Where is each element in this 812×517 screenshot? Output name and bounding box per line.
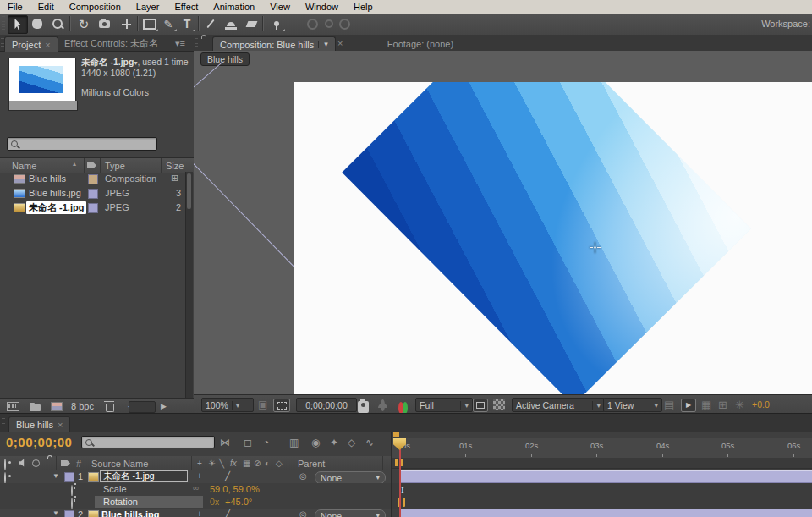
menu-animation[interactable]: Animation: [206, 1, 262, 13]
rotated-layer-image[interactable]: [342, 82, 750, 394]
show-snapshot-icon[interactable]: [381, 399, 385, 411]
footage-thumbnail[interactable]: [8, 58, 76, 102]
rectangle-tool-button[interactable]: [140, 15, 159, 32]
workspace-label[interactable]: Workspace:: [761, 19, 810, 29]
tab-project[interactable]: Project ×: [4, 36, 58, 52]
work-area-bar[interactable]: [392, 458, 812, 469]
chevron-down-icon[interactable]: ▾: [318, 41, 328, 48]
pick-whip-icon[interactable]: ◎: [299, 471, 307, 481]
preview-timecode[interactable]: 0;00;00;00: [296, 398, 357, 412]
text-tool-button[interactable]: T: [178, 15, 196, 32]
shy-switch-icon[interactable]: +: [197, 471, 202, 481]
quality-switch-icon[interactable]: ╱: [225, 471, 230, 481]
toolbar-grip[interactable]: [2, 16, 5, 31]
camera-dropdown[interactable]: Active Camera ▾: [512, 398, 605, 412]
property-label[interactable]: Scale: [103, 484, 127, 494]
tab-timeline-blue-hills[interactable]: Blue hills ×: [8, 416, 70, 432]
label-chip[interactable]: [88, 189, 98, 199]
property-row-scale[interactable]: Scale ∞ 59.0, 59.0%: [0, 483, 391, 497]
timeline-button-icon[interactable]: ▤: [664, 399, 674, 410]
keyframe-marker[interactable]: [403, 498, 405, 507]
layer-1-duration-bar[interactable]: [399, 470, 812, 483]
stopwatch-icon[interactable]: [71, 485, 73, 497]
graph-editor-icon[interactable]: ∿: [365, 437, 374, 448]
axis-mode-local-button[interactable]: [303, 15, 321, 32]
shy-switch-icon[interactable]: +: [197, 509, 202, 517]
exposure-value[interactable]: +0.0: [752, 399, 770, 410]
menu-edit[interactable]: Edit: [30, 1, 62, 13]
adjustment-column-icon[interactable]: ◐: [265, 459, 270, 468]
layer-2-duration-bar[interactable]: [399, 509, 812, 517]
stopwatch-icon[interactable]: [71, 498, 73, 509]
menu-view[interactable]: View: [262, 1, 298, 13]
close-icon[interactable]: ×: [337, 38, 343, 48]
show-channels-icon[interactable]: [398, 402, 403, 414]
timeline-track-area[interactable]: 0s 01s 02s 03s 04s 05s 06s I: [391, 432, 812, 517]
layer-row-1[interactable]: ▼ 1 未命名 -1.jpg + ╱ ◎ None ▾: [0, 470, 391, 484]
project-row-blue-hills-jpg[interactable]: Blue hills.jpg JPEG 3: [0, 186, 185, 201]
trash-icon[interactable]: [106, 404, 114, 412]
constrain-link-icon[interactable]: ∞: [193, 484, 199, 492]
layer-label-chip[interactable]: [64, 510, 74, 517]
tab-footage[interactable]: Footage: (none): [363, 36, 478, 51]
brush-tool-button[interactable]: [201, 15, 220, 32]
menu-composition[interactable]: Composition: [62, 1, 129, 13]
expand-arrow-icon[interactable]: ▼: [52, 473, 59, 480]
label-chip[interactable]: [88, 174, 98, 184]
project-row-unnamed-jpg[interactable]: 未命名 -1.jpg JPEG 2: [0, 201, 185, 215]
comp-canvas[interactable]: [294, 82, 812, 394]
number-column-icon[interactable]: #: [76, 459, 81, 469]
column-name[interactable]: Name: [12, 161, 36, 171]
rotation-degrees-value[interactable]: +45.0°: [225, 497, 252, 507]
tab-composition[interactable]: Composition: Blue hills ▾: [212, 36, 336, 52]
timeline-search-input[interactable]: [81, 436, 215, 448]
resolution-dropdown[interactable]: Full ▾: [415, 398, 473, 412]
layer-name[interactable]: Blue hills.jpg: [102, 509, 159, 517]
hand-tool-button[interactable]: [28, 15, 47, 32]
fx-column-icon[interactable]: fx: [230, 459, 237, 468]
project-row-blue-hills[interactable]: Blue hills Composition ⊞: [0, 172, 185, 186]
column-type[interactable]: Type: [105, 161, 125, 171]
layer-name-edit[interactable]: 未命名 -1.jpg: [100, 470, 188, 482]
new-folder-icon[interactable]: [30, 404, 41, 411]
clone-stamp-tool-button[interactable]: [222, 15, 240, 32]
film-bin-icon[interactable]: ▦: [701, 399, 711, 410]
transparency-grid-icon[interactable]: [493, 399, 505, 410]
flowchart-icon[interactable]: ⊞: [718, 399, 727, 410]
expand-arrow-icon[interactable]: ▼: [52, 510, 59, 517]
mini-flowchart-icon[interactable]: ⋈: [220, 437, 230, 448]
property-label[interactable]: Rotation: [103, 497, 138, 507]
camera-tool-button[interactable]: [95, 15, 113, 32]
comp-name-flag[interactable]: Blue hills: [200, 52, 250, 66]
label-column-icon[interactable]: [61, 460, 70, 466]
motion-blur-column-icon[interactable]: ⊘: [254, 459, 261, 468]
quality-switch-icon[interactable]: ╱: [225, 509, 230, 517]
snapshot-icon[interactable]: [358, 401, 369, 413]
pick-whip-icon[interactable]: ◎: [299, 509, 307, 517]
frame-blend-column-icon[interactable]: ▦: [243, 459, 250, 468]
puppet-pin-tool-button[interactable]: [267, 15, 286, 32]
work-area-start-handle[interactable]: [395, 459, 398, 466]
auto-keyframe-icon[interactable]: ◇: [348, 437, 355, 448]
draft-3d-icon[interactable]: ◻: [244, 437, 252, 448]
composition-viewer[interactable]: Blue hills: [194, 51, 812, 394]
parent-dropdown[interactable]: None ▾: [315, 471, 386, 484]
menu-file[interactable]: File: [0, 1, 30, 13]
comp-flowchart-icon[interactable]: ▶: [681, 399, 696, 412]
region-of-interest-icon[interactable]: [273, 399, 290, 412]
new-composition-icon[interactable]: [51, 402, 63, 411]
exposure-icon[interactable]: ✳: [735, 399, 744, 410]
bit-depth-label[interactable]: 8 bpc: [71, 401, 94, 411]
menu-help[interactable]: Help: [346, 1, 381, 13]
time-ruler[interactable]: 0s 01s 02s 03s 04s 05s 06s: [392, 438, 812, 459]
target-region-icon[interactable]: [473, 399, 488, 412]
menu-effect[interactable]: Effect: [167, 1, 206, 13]
column-size[interactable]: Size: [166, 161, 184, 171]
collapse-column-icon[interactable]: ☀: [208, 459, 216, 468]
quality-column-icon[interactable]: ╲: [219, 459, 224, 468]
label-column-icon[interactable]: [87, 162, 96, 168]
scale-value[interactable]: 59.0, 59.0%: [210, 484, 260, 494]
menu-layer[interactable]: Layer: [129, 1, 167, 13]
label-chip[interactable]: [88, 203, 98, 213]
column-source-name[interactable]: Source Name: [91, 459, 148, 469]
